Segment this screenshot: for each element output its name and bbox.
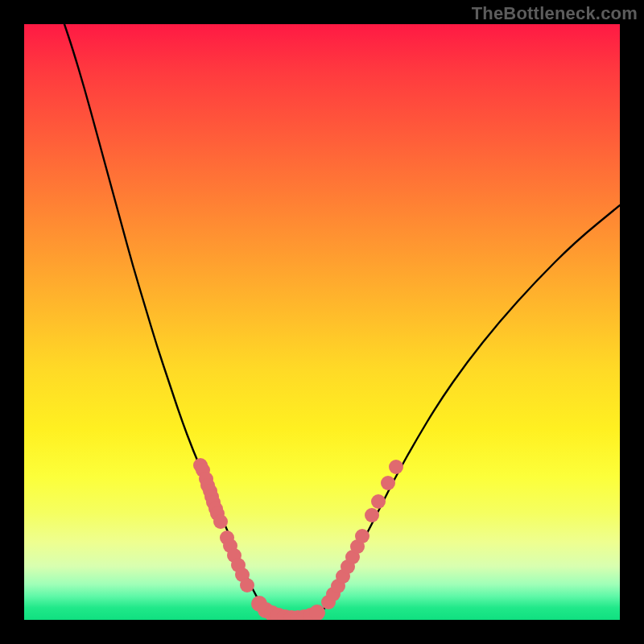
chart-frame: TheBottleneck.com (0, 0, 644, 644)
scatter-dot (213, 514, 228, 529)
scatter-dot (381, 476, 395, 490)
scatter-dot (355, 529, 369, 543)
scatter-dot (389, 460, 403, 474)
v-curve (64, 24, 620, 619)
plot-area (24, 24, 620, 620)
scatter-dot (240, 578, 254, 592)
watermark-text: TheBottleneck.com (472, 3, 638, 24)
scatter-dot (309, 605, 325, 620)
scatter-dot (371, 494, 386, 509)
curve-svg (24, 24, 620, 620)
scatter-dots (193, 458, 403, 620)
scatter-dot (365, 508, 379, 522)
